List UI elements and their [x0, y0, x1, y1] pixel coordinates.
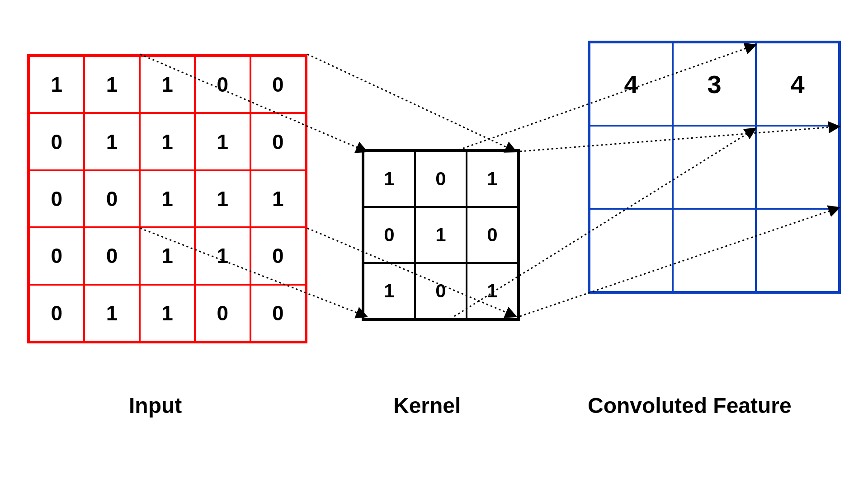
input-cell: 0 — [29, 285, 84, 342]
input-cell: 0 — [250, 113, 306, 170]
kernel-matrix: 1 0 1 0 1 0 1 0 1 — [362, 149, 520, 321]
kernel-cell: 1 — [415, 207, 467, 263]
output-cell: 4 — [590, 42, 673, 126]
output-label: Convoluted Feature — [588, 393, 792, 418]
output-cell — [590, 126, 673, 209]
input-cell: 1 — [84, 285, 139, 342]
output-cell: 3 — [673, 42, 756, 126]
input-cell: 1 — [140, 113, 195, 170]
input-cell: 0 — [84, 227, 139, 284]
input-cell: 1 — [29, 56, 84, 113]
input-cell: 1 — [195, 113, 250, 170]
kernel-cell: 1 — [363, 151, 415, 207]
input-cell: 0 — [195, 56, 250, 113]
input-cell: 0 — [250, 285, 306, 342]
output-cell: 4 — [756, 42, 839, 126]
input-label: Input — [129, 393, 182, 418]
input-cell: 0 — [29, 113, 84, 170]
kernel-cell: 0 — [415, 151, 467, 207]
input-cell: 1 — [84, 56, 139, 113]
output-matrix: 4 3 4 — [588, 41, 841, 294]
input-cell: 0 — [29, 227, 84, 284]
input-cell: 1 — [140, 56, 195, 113]
input-cell: 0 — [29, 170, 84, 227]
kernel-label: Kernel — [393, 393, 461, 418]
output-cell — [756, 126, 839, 209]
input-cell: 1 — [140, 285, 195, 342]
input-cell: 0 — [84, 170, 139, 227]
kernel-cell: 0 — [415, 263, 467, 319]
output-cell — [673, 209, 756, 292]
input-cell: 1 — [140, 170, 195, 227]
input-cell: 0 — [195, 285, 250, 342]
output-cell — [590, 209, 673, 292]
input-cell: 1 — [84, 113, 139, 170]
input-matrix: 1 1 1 0 0 0 1 1 1 0 0 0 1 1 1 0 0 1 1 0 … — [27, 54, 307, 343]
input-cell: 1 — [195, 170, 250, 227]
kernel-cell: 1 — [467, 151, 518, 207]
input-cell: 1 — [140, 227, 195, 284]
kernel-cell: 0 — [467, 207, 518, 263]
output-cell — [756, 209, 839, 292]
input-cell: 1 — [250, 170, 306, 227]
input-cell: 0 — [250, 227, 306, 284]
svg-line-1 — [307, 54, 515, 151]
output-cell — [673, 126, 756, 209]
kernel-cell: 1 — [467, 263, 518, 319]
input-cell: 1 — [195, 227, 250, 284]
input-cell: 0 — [250, 56, 306, 113]
kernel-cell: 0 — [363, 207, 415, 263]
kernel-cell: 1 — [363, 263, 415, 319]
